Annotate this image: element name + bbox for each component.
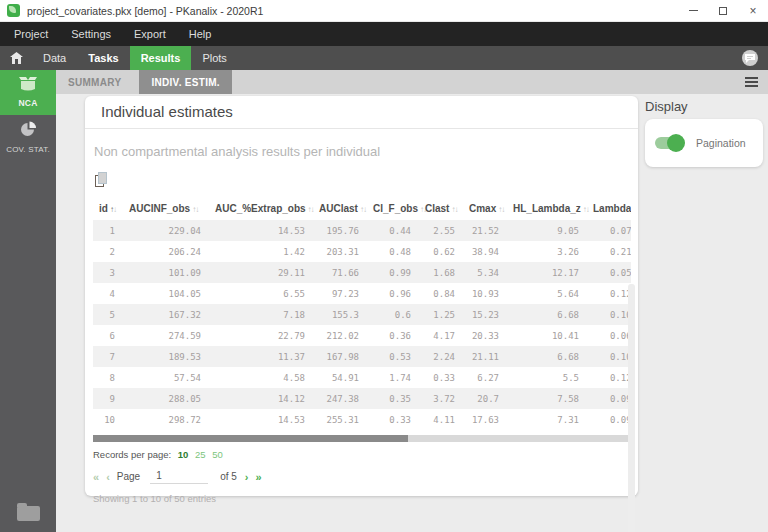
table-cell: 155.3: [313, 304, 367, 325]
menu-settings[interactable]: Settings: [62, 28, 120, 40]
records-option-10[interactable]: 10: [178, 449, 189, 460]
sort-icon: ↑↓: [583, 205, 589, 214]
tab-tasks[interactable]: Tasks: [77, 46, 129, 70]
close-button[interactable]: ×: [738, 0, 768, 21]
table-cell: 0.067: [587, 325, 631, 346]
table-cell: 229.04: [123, 220, 209, 241]
table-row: 10298.7214.53255.310.334.1117.637.310.09…: [93, 409, 631, 430]
sidebar-item-label: NCA: [18, 98, 37, 108]
column-header-auclast[interactable]: AUClast↑↓: [313, 196, 367, 220]
table-cell: 2.24: [419, 346, 463, 367]
table-row: 5167.327.18155.30.61.2515.236.680.104: [93, 304, 631, 325]
table-cell: 4.17: [419, 325, 463, 346]
table-cell: 298.72: [123, 409, 209, 430]
table-cell: 195.76: [313, 220, 367, 241]
horizontal-scrollbar[interactable]: [93, 435, 631, 442]
sidebar-item-nca[interactable]: NCA: [0, 70, 56, 115]
table-cell: 97.23: [313, 283, 367, 304]
table-cell: 4.11: [419, 409, 463, 430]
card-header: Individual estimates: [85, 96, 638, 129]
window-title: project_covariates.pkx [demo] - PKanalix…: [27, 5, 263, 17]
display-options-card: Pagination: [645, 119, 763, 167]
copy-table-icon[interactable]: [95, 172, 108, 188]
column-header-aucinf-obs[interactable]: AUCINF_obs↑↓: [123, 196, 209, 220]
project-folder-icon[interactable]: [17, 506, 40, 521]
table-cell: 0.077: [587, 220, 631, 241]
table-cell: 0.96: [367, 283, 419, 304]
maximize-icon: [719, 7, 727, 15]
table-scroll-area: id↑↓AUCINF_obs↑↓AUC_%Extrap_obs↑↓AUClast…: [93, 196, 631, 430]
table-cell: 4: [93, 283, 123, 304]
sidebar-item-cov-stat[interactable]: COV. STAT.: [0, 115, 56, 161]
table-cell: 21.11: [463, 346, 507, 367]
column-header-hl-lambda-z[interactable]: HL_Lambda_z↑↓: [507, 196, 587, 220]
tab-data[interactable]: Data: [32, 46, 77, 70]
subtab-indiv-estim[interactable]: INDIV. ESTIM.: [139, 70, 232, 94]
records-option-25[interactable]: 25: [195, 449, 206, 460]
next-page-button[interactable]: ›: [245, 471, 249, 483]
table-cell: 6.68: [507, 346, 587, 367]
vertical-scrollbar[interactable]: [628, 284, 635, 532]
column-header-cmax[interactable]: Cmax↑↓: [463, 196, 507, 220]
table-cell: 0.53: [367, 346, 419, 367]
table-cell: 14.12: [209, 388, 313, 409]
table-cell: 71.66: [313, 262, 367, 283]
last-page-button[interactable]: »: [256, 471, 262, 483]
page-title: Individual estimates: [89, 103, 636, 120]
column-header-lambda-z[interactable]: Lambda_z↑↓: [587, 196, 631, 220]
home-icon[interactable]: [10, 52, 23, 64]
table-row: 7189.5311.37167.980.532.2421.116.680.104: [93, 346, 631, 367]
table-row: 1229.0414.53195.760.442.5521.529.050.077: [93, 220, 631, 241]
table-row: 3101.0929.1171.660.991.685.3412.170.057: [93, 262, 631, 283]
table-cell: 10.93: [463, 283, 507, 304]
table-cell: 0.44: [367, 220, 419, 241]
column-header-cl-f-obs[interactable]: Cl_F_obs↑↓: [367, 196, 419, 220]
menu-help[interactable]: Help: [180, 28, 221, 40]
display-panel: Display Pagination: [645, 99, 763, 167]
table-row: 6274.5922.79212.020.364.1720.3310.410.06…: [93, 325, 631, 346]
table-cell: 1.68: [419, 262, 463, 283]
table-cell: 0.6: [367, 304, 419, 325]
table-cell: 3: [93, 262, 123, 283]
table-cell: 2.55: [419, 220, 463, 241]
sort-icon: ↑↓: [360, 205, 366, 214]
page-number-input[interactable]: [150, 469, 208, 484]
table-cell: 0.104: [587, 304, 631, 325]
menu-bar: Project Settings Export Help: [0, 22, 768, 46]
table-cell: 29.11: [209, 262, 313, 283]
minimize-icon: [689, 10, 698, 11]
table-cell: 0.213: [587, 241, 631, 262]
minimize-button[interactable]: [678, 0, 708, 21]
table-row: 4104.056.5597.230.960.8410.935.640.123: [93, 283, 631, 304]
panel-menu-icon[interactable]: [745, 77, 758, 87]
maximize-button[interactable]: [708, 0, 738, 21]
pagination-toggle[interactable]: [655, 137, 683, 149]
table-cell: 8: [93, 367, 123, 388]
table-cell: 0.48: [367, 241, 419, 262]
table-cell: 0.104: [587, 346, 631, 367]
table-row: 857.544.5854.911.740.336.275.50.126: [93, 367, 631, 388]
table-cell: 10.41: [507, 325, 587, 346]
table-cell: 101.09: [123, 262, 209, 283]
scrollbar-thumb[interactable]: [93, 435, 408, 442]
table-cell: 0.057: [587, 262, 631, 283]
subtab-summary[interactable]: SUMMARY: [56, 70, 133, 94]
feedback-chat-icon[interactable]: [742, 50, 758, 66]
table-cell: 189.53: [123, 346, 209, 367]
tab-plots[interactable]: Plots: [191, 46, 237, 70]
prev-page-button[interactable]: ‹: [106, 471, 110, 483]
page-count-label: of 5: [220, 471, 237, 482]
table-cell: 20.33: [463, 325, 507, 346]
menu-export[interactable]: Export: [125, 28, 175, 40]
table-cell: 57.54: [123, 367, 209, 388]
records-option-50[interactable]: 50: [212, 449, 223, 460]
table-cell: 274.59: [123, 325, 209, 346]
column-header-id[interactable]: id↑↓: [93, 196, 123, 220]
column-header-auc-extrap-obs[interactable]: AUC_%Extrap_obs↑↓: [209, 196, 313, 220]
window-controls: ×: [678, 0, 768, 21]
table-cell: 255.31: [313, 409, 367, 430]
tab-results[interactable]: Results: [130, 46, 192, 70]
first-page-button[interactable]: «: [93, 471, 99, 483]
column-header-clast[interactable]: Clast↑↓: [419, 196, 463, 220]
menu-project[interactable]: Project: [5, 28, 57, 40]
